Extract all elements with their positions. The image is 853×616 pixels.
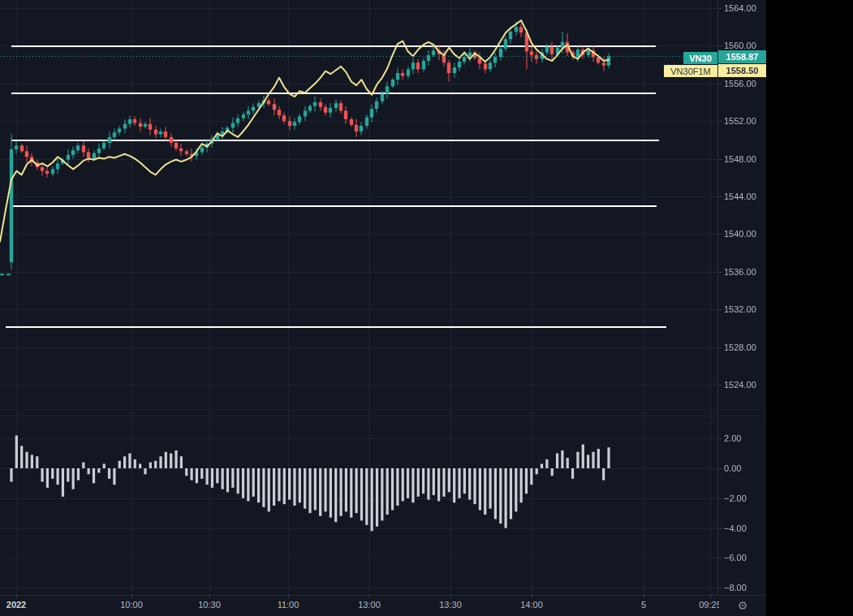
- time-tick-label: 14:00: [520, 600, 543, 610]
- time-axis[interactable]: 202210:0010:3011:0013:0013:3014:00509:25: [0, 595, 719, 616]
- time-tick-label: 10:30: [198, 600, 221, 610]
- time-tick-label: 2022: [6, 600, 26, 610]
- axis-tick-label: 1528.00: [718, 342, 756, 353]
- gear-icon[interactable]: ⚙: [738, 600, 748, 611]
- time-tick-label: 5: [641, 600, 646, 610]
- time-tick-mark: [369, 595, 370, 598]
- time-tick-label: 10:00: [120, 600, 143, 610]
- time-tick-mark: [288, 595, 289, 598]
- axis-tick-label: −4.00: [718, 523, 747, 534]
- time-tick-mark: [16, 595, 17, 598]
- screenshot-root: 1564.001560.001556.001552.001548.001544.…: [0, 0, 853, 616]
- time-tick-label: 13:30: [439, 600, 462, 610]
- series-label-vn30f1m-text: VN30F1M: [670, 67, 711, 76]
- time-tick-mark: [209, 595, 210, 598]
- time-tick-mark: [131, 595, 132, 598]
- series-label-vn30f1m[interactable]: VN30F1M: [664, 65, 717, 77]
- axis-tick-label: −6.00: [718, 552, 747, 563]
- price-axis[interactable]: 1564.001560.001556.001552.001548.001544.…: [718, 0, 766, 595]
- last-price-badge-vn30: 1558.87: [718, 50, 766, 63]
- time-tick-label: 13:00: [358, 600, 381, 610]
- time-tick-label: 09:25: [699, 600, 719, 610]
- time-tick-mark: [644, 595, 644, 598]
- axis-tick-label: 1536.00: [718, 266, 756, 278]
- trading-chart-window: 1564.001560.001556.001552.001548.001544.…: [0, 0, 766, 616]
- axis-tick-label: 1544.00: [718, 191, 756, 202]
- axis-tick-label: 1532.00: [718, 304, 756, 315]
- last-price-badge-vn30f1m: 1558.50: [718, 64, 766, 77]
- axis-tick-label: 1564.00: [718, 2, 756, 14]
- chart-plot-canvas[interactable]: [0, 0, 717, 595]
- pane-separator[interactable]: [0, 416, 766, 416]
- axis-tick-label: 1524.00: [718, 379, 756, 390]
- time-tick-mark: [710, 595, 711, 598]
- time-tick-label: 11:00: [278, 600, 299, 610]
- axis-tick-label: −2.00: [718, 493, 747, 504]
- series-label-vn30-text: VN30: [689, 54, 712, 63]
- axis-tick-label: 1552.00: [718, 115, 756, 127]
- axis-tick-label: 1556.00: [718, 78, 756, 89]
- series-label-vn30[interactable]: VN30: [683, 52, 717, 64]
- axis-tick-label: 1540.00: [718, 228, 756, 239]
- axis-tick-label: 0.00: [718, 463, 741, 474]
- time-tick-mark: [450, 595, 451, 598]
- axis-tick-label: 1548.00: [718, 153, 756, 165]
- time-tick-mark: [532, 595, 532, 598]
- axis-settings-corner: ⚙: [719, 595, 766, 616]
- axis-tick-label: −8.00: [718, 582, 747, 593]
- axis-tick-label: 2.00: [718, 433, 741, 444]
